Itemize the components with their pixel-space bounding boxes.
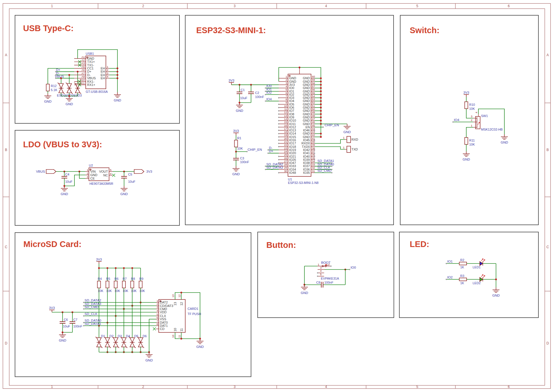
esd-diode: [118, 347, 119, 348]
frame-column-label: 1: [51, 4, 53, 8]
net-label: SD_DATA2: [85, 299, 101, 302]
frame-row-label: A: [5, 53, 7, 57]
net-label: D-: [56, 71, 59, 75]
txd-connector: [347, 146, 351, 152]
gnd-label: GND: [301, 291, 308, 295]
pin-name: TX1+: [87, 60, 95, 63]
label: 10K: [123, 289, 128, 293]
label: 10K: [469, 143, 475, 146]
frame-column-label: 5: [416, 4, 418, 8]
frame-outer: [3, 3, 551, 389]
v33-label: 3V3: [233, 129, 239, 133]
open-end-dot: [267, 152, 269, 154]
gnd-label: GND: [120, 192, 128, 196]
gnd-label: GND: [463, 158, 470, 161]
pin-name: GND: [303, 119, 310, 122]
open-end-dot: [265, 165, 266, 167]
pin-number: 2: [328, 263, 330, 266]
pin-number: 5: [157, 313, 158, 316]
open-end-dot: [265, 94, 266, 95]
pin-number: 49: [312, 111, 315, 114]
pin-name: GND: [303, 93, 310, 96]
pin-number: 8: [286, 98, 287, 101]
frame-column-label: 4: [325, 4, 327, 8]
pin-name: GND: [303, 80, 310, 83]
emission-arrow: [481, 259, 483, 261]
label: R6: [115, 277, 119, 280]
led-body: [480, 277, 483, 281]
pin-number: 6: [157, 316, 158, 319]
open-end-dot: [83, 305, 84, 306]
pin-number: B10: [80, 78, 85, 81]
junction-dot: [117, 67, 118, 69]
label: C5: [128, 173, 132, 176]
junction-dot: [117, 74, 118, 76]
pin-number: 5: [110, 168, 111, 171]
label: R12: [51, 84, 57, 88]
open-end-dot: [83, 325, 84, 326]
frame-column-label: 2: [142, 385, 144, 389]
pin-name: GND: [303, 116, 310, 119]
pin-number: 2: [157, 302, 158, 306]
label: 1K: [460, 265, 464, 269]
pin-number: 10: [284, 104, 287, 108]
open-end-dot: [278, 156, 279, 157]
gnd-label: GND: [145, 359, 153, 362]
usb-section-title: USB Type-C:: [23, 24, 74, 33]
pin-name: NC: [103, 174, 108, 177]
resistor-body: [98, 281, 101, 288]
wire: [315, 140, 345, 144]
resistor-body: [459, 262, 467, 265]
label: 10uF: [63, 325, 70, 328]
pin-number: 18: [284, 130, 287, 133]
port-label: VBUS: [36, 170, 45, 173]
part-number: TF PUSH: [188, 312, 201, 316]
junction-dot: [320, 103, 322, 105]
net-label: D-: [269, 146, 272, 150]
junction-dot: [320, 133, 322, 135]
pin-number: A1: [81, 55, 85, 59]
pin-name: IO9: [289, 116, 294, 119]
pin-name: EH: [101, 67, 105, 70]
frame-column-label: 6: [508, 385, 510, 389]
pin-number: 26: [284, 157, 287, 160]
pin-name: IO3: [289, 96, 294, 99]
pin-number: 58: [312, 82, 315, 85]
part-number: HE9073A33M5R: [89, 182, 113, 185]
switch-section-box: [400, 15, 538, 225]
frame-column-label: 4: [325, 385, 327, 389]
pin-name: GND: [90, 173, 98, 177]
pin-number: A3: [81, 62, 85, 65]
pin-number: A6: [81, 68, 85, 71]
pin-number: 3: [471, 115, 472, 118]
pin-name: GND: [289, 80, 296, 83]
wire: [315, 147, 345, 149]
junction-dot: [106, 267, 108, 269]
frame-column-label: 3: [234, 385, 236, 389]
pin-name: CMD: [160, 307, 167, 311]
junction-dot: [320, 84, 322, 86]
pin-number: 24: [284, 150, 287, 153]
frame-row-label: D: [546, 341, 549, 345]
pin-name: 13: [173, 302, 177, 306]
pin-name: GND: [303, 96, 310, 99]
pin-number: 16: [284, 124, 287, 127]
pin-name: IO7: [289, 109, 294, 112]
pin-number: 5: [286, 88, 287, 91]
frame-row-label: A: [546, 53, 549, 57]
pin-name: GND: [303, 86, 310, 90]
pin-name: 10: [173, 328, 177, 331]
pin-name: IO13: [289, 129, 296, 132]
pin-number: 4: [107, 75, 108, 78]
pin-number: 3: [157, 306, 158, 309]
pin-number: 2: [471, 118, 472, 122]
label: 10uF: [240, 96, 247, 100]
pin-name: GND: [87, 57, 94, 60]
pin-name: GND: [303, 76, 310, 80]
pin-name: IO41: [303, 151, 310, 155]
pin-number: 53: [312, 98, 315, 101]
pin-name: RXD0: [302, 142, 310, 145]
open-end-dot: [278, 120, 279, 121]
refdes: USB1: [86, 52, 94, 55]
pin-number: 4: [320, 269, 321, 272]
